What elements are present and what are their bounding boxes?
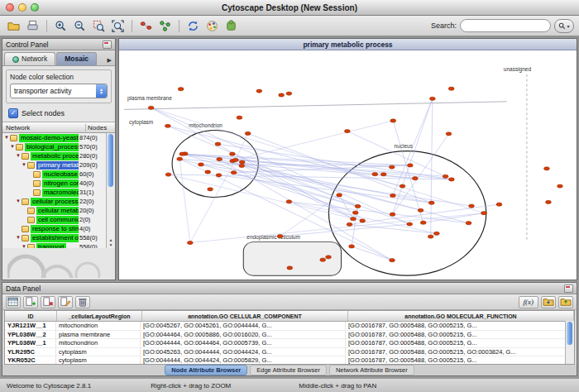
graph-node[interactable] xyxy=(215,142,221,146)
graph-node[interactable] xyxy=(433,232,439,235)
network-view-titlebar[interactable]: primary metabolic process xyxy=(119,39,577,50)
graph-node[interactable] xyxy=(279,93,285,97)
column-header[interactable]: annotation.GO MOLECULAR_FUNCTION xyxy=(348,311,574,321)
graph-node[interactable] xyxy=(179,152,185,155)
graph-node[interactable] xyxy=(337,194,342,197)
tab-network-attribute-browser[interactable]: Network Attribute Browser xyxy=(329,365,414,375)
tree-row[interactable]: response to stimulus4(0) xyxy=(2,224,107,233)
table-row[interactable]: YPL036W__2plasma membrane[GO:0044464, GO… xyxy=(5,331,566,340)
tab-node-attribute-browser[interactable]: Node Attribute Browser xyxy=(165,365,247,375)
graph-node[interactable] xyxy=(237,116,242,119)
color-attribute-select[interactable]: transporter activity ▲▼ xyxy=(10,84,108,98)
tree-row[interactable]: ▼cellular process22(0) xyxy=(2,197,107,206)
tree-row[interactable]: nitrogen compound metabolism40(0) xyxy=(2,179,107,188)
tree-row[interactable]: ▼mosaic-demo-yeast874(0) xyxy=(2,133,107,142)
graph-node[interactable] xyxy=(326,256,332,259)
graph-node[interactable] xyxy=(429,97,435,100)
zoom-out-icon[interactable] xyxy=(71,18,89,34)
graph-node[interactable] xyxy=(481,212,487,215)
tree-row[interactable]: ▼transport558(0) xyxy=(2,242,107,248)
graph-node[interactable] xyxy=(400,184,405,188)
graph-node[interactable] xyxy=(199,163,204,166)
tab-scroll-right-icon[interactable]: ▶ xyxy=(108,57,113,65)
graph-node[interactable] xyxy=(380,173,386,176)
graph-node[interactable] xyxy=(418,208,423,212)
tree-row[interactable]: macromolecule metabolism31(1) xyxy=(2,188,107,197)
graph-node[interactable] xyxy=(407,222,413,226)
tree-row[interactable]: ▼metabolic process280(0) xyxy=(2,151,107,160)
table-scrollbar-thumb[interactable] xyxy=(567,322,572,345)
graph-node[interactable] xyxy=(256,89,262,93)
graph-node[interactable] xyxy=(390,119,396,122)
tree-row[interactable]: ▼biological_process570(0) xyxy=(2,142,107,151)
apply-layout-icon[interactable] xyxy=(184,18,202,34)
graph-node[interactable] xyxy=(469,204,475,208)
graph-node[interactable] xyxy=(352,211,358,214)
search-options-icon[interactable]: ▾ xyxy=(554,19,574,33)
graph-node[interactable] xyxy=(428,201,434,204)
graph-node[interactable] xyxy=(448,178,454,181)
graph-node[interactable] xyxy=(229,152,235,155)
tree-scrollbar[interactable]: ▲ ▼ xyxy=(106,133,115,248)
import-attributes-icon[interactable] xyxy=(541,296,556,308)
graph-node[interactable] xyxy=(443,174,448,178)
expand-triangle-icon[interactable]: ▼ xyxy=(22,242,27,248)
select-attributes-icon[interactable] xyxy=(6,296,21,308)
network-column-header[interactable]: Network xyxy=(2,124,86,131)
graph-node[interactable] xyxy=(178,88,184,91)
graph-node[interactable] xyxy=(165,173,171,176)
graph-node[interactable] xyxy=(245,131,251,135)
graph-node[interactable] xyxy=(286,200,292,203)
graph-node[interactable] xyxy=(546,200,552,203)
table-scrollbar[interactable] xyxy=(565,321,574,364)
tab-mosaic[interactable]: Mosaic xyxy=(56,52,97,65)
graph-node[interactable] xyxy=(412,177,418,180)
scroll-down-icon[interactable]: ▼ xyxy=(107,242,115,247)
graph-node[interactable] xyxy=(407,164,413,167)
graph-node[interactable] xyxy=(420,221,426,224)
tree-row[interactable]: ▼primary metabolic process209(0) xyxy=(2,160,107,170)
float-panel-icon[interactable] xyxy=(103,41,112,49)
graph-node[interactable] xyxy=(239,164,245,167)
graph-node[interactable] xyxy=(557,184,563,188)
control-panel-titlebar[interactable]: Control Panel xyxy=(2,39,115,50)
search-input[interactable] xyxy=(460,19,551,32)
tree-row[interactable]: ▼establishment of localization558(0) xyxy=(2,233,107,242)
function-builder-icon[interactable]: f(x) xyxy=(519,296,539,308)
delete-attribute-icon[interactable] xyxy=(41,296,55,308)
graph-node[interactable] xyxy=(239,160,245,164)
table-row[interactable]: YPL036W__1mitochondrion[GO:0044444, GO:0… xyxy=(5,339,566,348)
column-header[interactable]: annotation.GO CELLULAR_COMPONENT xyxy=(142,311,348,321)
table-row[interactable]: YKR052Ccytoplasm[GO:0044444, GO:0044424,… xyxy=(5,356,566,364)
graph-node[interactable] xyxy=(277,235,283,238)
graph-node[interactable] xyxy=(165,124,170,127)
graph-node[interactable] xyxy=(349,245,355,248)
zoom-fit-icon[interactable] xyxy=(109,18,127,34)
tree-row[interactable]: nucleobase, nucleoside, nucleotide and n… xyxy=(2,170,107,179)
graph-node[interactable] xyxy=(355,204,361,208)
expand-triangle-icon[interactable]: ▼ xyxy=(16,233,22,242)
graph-node[interactable] xyxy=(446,132,452,136)
expand-triangle-icon[interactable]: ▼ xyxy=(16,151,22,160)
nodes-column-header[interactable]: Nodes xyxy=(86,124,115,131)
graph-node[interactable] xyxy=(148,106,154,109)
zoom-window-button[interactable] xyxy=(31,3,39,12)
create-attribute-icon[interactable] xyxy=(23,296,38,308)
graph-node[interactable] xyxy=(360,219,366,222)
graph-node[interactable] xyxy=(187,241,193,244)
graph-node[interactable] xyxy=(390,213,395,216)
graph-node[interactable] xyxy=(177,157,183,160)
graph-node[interactable] xyxy=(428,235,433,238)
graph-node[interactable] xyxy=(448,87,454,90)
close-window-button[interactable] xyxy=(6,3,14,12)
zoom-selected-icon[interactable] xyxy=(90,18,108,34)
graph-node[interactable] xyxy=(496,203,502,206)
data-panel-titlebar[interactable]: Data Panel xyxy=(2,283,577,294)
graph-node[interactable] xyxy=(389,165,395,169)
zoom-in-icon[interactable] xyxy=(52,18,69,34)
graph-node[interactable] xyxy=(287,266,293,270)
graph-node[interactable] xyxy=(347,222,352,226)
graph-node[interactable] xyxy=(351,218,356,221)
hide-selected-icon[interactable] xyxy=(137,18,155,34)
graph-node[interactable] xyxy=(390,259,395,262)
